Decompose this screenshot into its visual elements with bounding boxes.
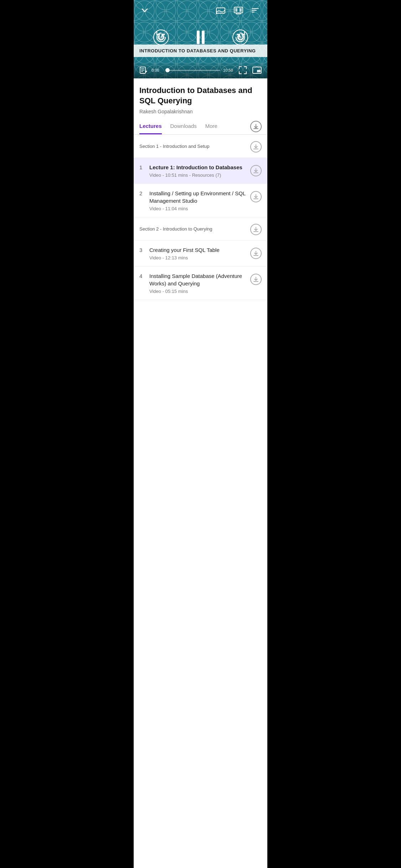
lecture-details-2: Installing / Setting up Environment / SQ… (149, 190, 250, 211)
video-player: 15 15 INTRODUCTION TO DATABASES AND QUER… (134, 0, 267, 78)
forward-button[interactable]: 15 (231, 28, 250, 47)
pip-icon (252, 66, 262, 74)
download-icon (253, 251, 258, 256)
download-all-icon (253, 124, 259, 129)
section-1-header: Section 1 - Introduction and Setup (134, 135, 267, 158)
svg-rect-7 (216, 8, 225, 13)
progress-bar[interactable] (166, 70, 220, 71)
lecture-1-download-button[interactable] (250, 165, 262, 176)
download-icon (253, 194, 258, 199)
lecture-meta-4: Video - 05:15 mins (149, 289, 246, 294)
lecture-details-1: Lecture 1: Introduction to Databases Vid… (149, 164, 250, 178)
video-overlay-text: INTRODUCTION TO DATABASES AND QUERYING (139, 48, 262, 53)
lecture-3-download-button[interactable] (250, 248, 262, 259)
lecture-item-2[interactable]: 2 Installing / Setting up Environment / … (134, 184, 267, 217)
course-title: Introduction to Databases and SQL Queryi… (139, 86, 262, 106)
lecture-title-4: Installing Sample Database (Adventure Wo… (149, 272, 246, 287)
lecture-num-4: 4 (139, 272, 149, 279)
back-button[interactable] (139, 5, 150, 16)
cast-button[interactable] (215, 5, 227, 16)
lecture-num-1: 1 (139, 164, 149, 170)
lecture-details-4: Installing Sample Database (Adventure Wo… (149, 272, 250, 294)
lecture-item-1[interactable]: 1 Lecture 1: Introduction to Databases V… (134, 158, 267, 184)
notes-button[interactable] (138, 65, 149, 76)
lecture-num-3: 3 (139, 246, 149, 253)
progress-thumb[interactable] (165, 68, 170, 72)
section-2-download-button[interactable] (250, 224, 262, 235)
fullscreen-button[interactable] (237, 65, 248, 76)
svg-text:15: 15 (159, 36, 163, 39)
current-time: 0:00 (151, 68, 163, 72)
total-time: 10:50 (223, 68, 235, 72)
lecture-meta-3: Video - 12:13 mins (149, 255, 246, 260)
lecture-2-download-button[interactable] (250, 191, 262, 202)
download-icon (253, 277, 258, 282)
player-center-controls: 15 15 (134, 28, 267, 47)
mirror-icon (234, 6, 243, 14)
pause-button[interactable] (192, 29, 210, 46)
cast-icon (216, 6, 225, 14)
svg-text:15: 15 (238, 36, 242, 39)
tabs-container: Lectures Downloads More (134, 119, 267, 135)
player-bottom-controls: 0:00 10:50 (134, 62, 267, 78)
download-icon (253, 144, 258, 149)
lecture-num-2: 2 (139, 190, 149, 196)
rewind-button[interactable]: 15 (152, 28, 170, 47)
fullscreen-icon (239, 66, 247, 74)
download-icon (253, 227, 258, 232)
video-title-overlay: INTRODUCTION TO DATABASES AND QUERYING (134, 45, 267, 57)
filter-icon (252, 7, 260, 14)
mirror-button[interactable] (232, 5, 245, 16)
course-info: Introduction to Databases and SQL Queryi… (134, 78, 267, 119)
lecture-title-3: Creating your First SQL Table (149, 246, 246, 254)
lecture-title-2: Installing / Setting up Environment / SQ… (149, 190, 246, 205)
course-author: Rakesh Gopalakrishnan (139, 109, 262, 114)
lecture-item-3[interactable]: 3 Creating your First SQL Table Video - … (134, 241, 267, 267)
download-all-button[interactable] (250, 121, 262, 132)
settings-button[interactable] (250, 6, 262, 15)
lecture-meta-1: Video - 10:51 mins - Resources (7) (149, 172, 246, 178)
pause-icon (197, 31, 205, 44)
lecture-meta-2: Video - 11:04 mins (149, 206, 246, 211)
rewind-icon: 15 (153, 30, 169, 45)
download-icon (253, 168, 258, 173)
section-2-header: Section 2 - Introduction to Querying (134, 217, 267, 241)
tab-more[interactable]: More (205, 119, 217, 134)
player-top-controls (134, 5, 267, 16)
content-area: Introduction to Databases and SQL Queryi… (134, 78, 267, 868)
tab-lectures[interactable]: Lectures (139, 119, 162, 134)
svg-rect-12 (240, 8, 242, 12)
svg-rect-11 (235, 8, 237, 12)
section-1-download-button[interactable] (250, 141, 262, 153)
lecture-details-3: Creating your First SQL Table Video - 12… (149, 246, 250, 260)
notes-icon (139, 66, 147, 74)
lecture-list: Section 1 - Introduction and Setup 1 Lec… (134, 135, 267, 300)
forward-icon: 15 (232, 30, 248, 45)
pip-button[interactable] (251, 65, 263, 76)
tab-downloads[interactable]: Downloads (170, 119, 197, 134)
svg-rect-20 (257, 70, 261, 72)
lecture-4-download-button[interactable] (250, 274, 262, 285)
chevron-down-icon (141, 6, 149, 14)
lecture-title-1: Lecture 1: Introduction to Databases (149, 164, 246, 171)
lecture-item-4[interactable]: 4 Installing Sample Database (Adventure … (134, 267, 267, 300)
